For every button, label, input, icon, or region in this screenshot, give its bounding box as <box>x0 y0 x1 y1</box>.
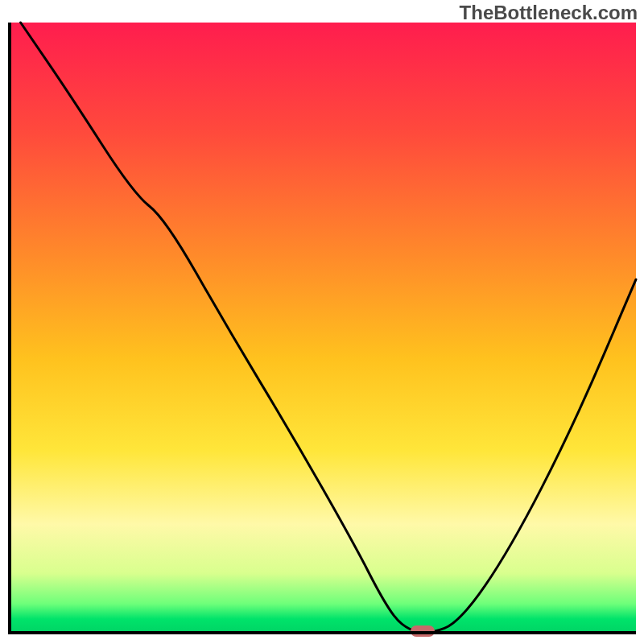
chart-container: TheBottleneck.com <box>0 0 644 644</box>
y-axis <box>8 23 11 634</box>
watermark-text: TheBottleneck.com <box>460 2 638 24</box>
x-axis <box>8 631 636 634</box>
plot-area <box>8 23 636 634</box>
bottleneck-curve <box>8 23 636 634</box>
